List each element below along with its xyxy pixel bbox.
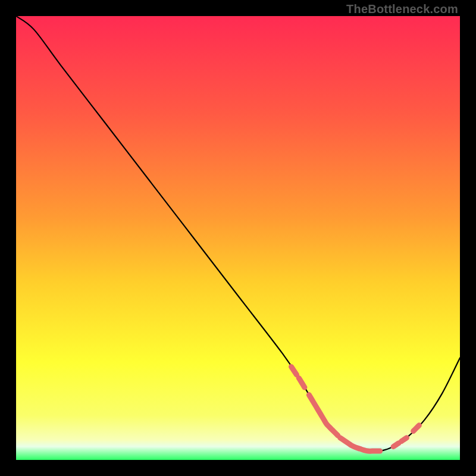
plot-area xyxy=(16,16,460,460)
chart-svg xyxy=(16,16,460,460)
watermark: TheBottleneck.com xyxy=(346,2,458,16)
highlight-segment xyxy=(402,438,407,441)
highlight-segment xyxy=(393,443,399,447)
chart-frame: TheBottleneck.com xyxy=(0,0,476,476)
gradient-rect xyxy=(16,16,460,460)
